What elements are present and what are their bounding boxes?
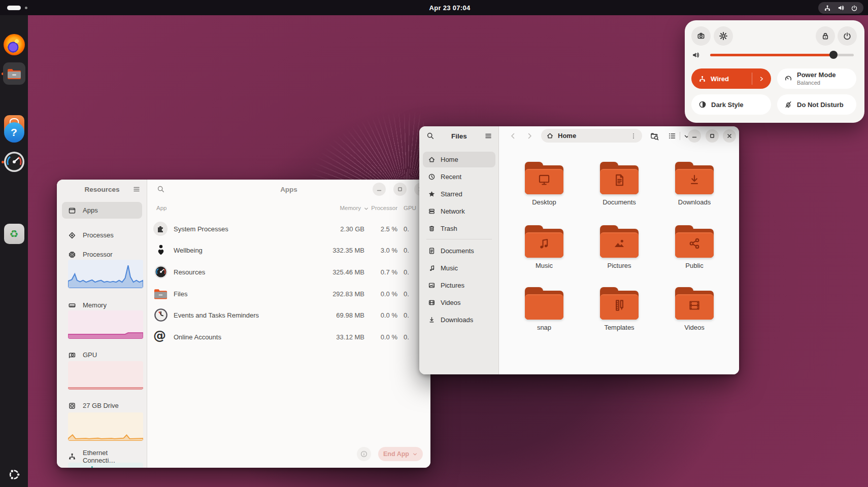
system-tray[interactable] bbox=[818, 2, 863, 14]
folder-icon bbox=[525, 287, 563, 320]
ethernet-icon bbox=[698, 75, 706, 83]
dock-item-resources[interactable] bbox=[3, 151, 25, 175]
files-menu-button[interactable] bbox=[484, 132, 492, 142]
help-icon: ? bbox=[11, 126, 17, 138]
sidebar-item-recent[interactable]: Recent bbox=[423, 169, 495, 185]
film-icon bbox=[428, 299, 436, 306]
do-not-disturb-toggle[interactable]: Do Not Disturb bbox=[777, 94, 856, 115]
folder-downloads[interactable]: Downloads bbox=[661, 162, 727, 206]
memory-sparkline bbox=[68, 310, 143, 339]
column-header-gpu[interactable]: GPU bbox=[404, 205, 416, 211]
volume-slider-knob[interactable] bbox=[829, 51, 838, 59]
history-forward-button[interactable] bbox=[525, 132, 533, 140]
system-processes-icon bbox=[153, 221, 168, 236]
folder-icon bbox=[600, 162, 639, 194]
music-note-icon bbox=[428, 264, 436, 272]
resources-sidebar-item-gpu[interactable]: GPU bbox=[62, 347, 142, 363]
workspace-indicator-dot[interactable] bbox=[25, 7, 27, 9]
power-button[interactable] bbox=[838, 26, 857, 46]
files-minimize-button[interactable] bbox=[688, 129, 701, 143]
sidebar-item-trash[interactable]: Trash bbox=[423, 221, 495, 236]
end-app-button[interactable]: End App bbox=[378, 447, 423, 461]
column-header-processor[interactable]: Processor bbox=[370, 205, 397, 211]
folder-videos[interactable]: Videos bbox=[661, 287, 727, 331]
files-maximize-button[interactable] bbox=[706, 129, 719, 143]
wired-toggle[interactable]: Wired bbox=[691, 68, 771, 89]
drive-sparkline bbox=[68, 412, 143, 441]
folder-icon bbox=[600, 225, 639, 258]
folder-templates[interactable]: Templates bbox=[586, 287, 652, 331]
search-everywhere-button[interactable] bbox=[650, 132, 659, 141]
sidebar-item-starred[interactable]: Starred bbox=[423, 186, 495, 202]
dock: A ? ♻ bbox=[0, 15, 28, 487]
end-app-dropdown-icon[interactable] bbox=[412, 451, 418, 457]
resources-minimize-button[interactable] bbox=[373, 183, 386, 196]
dock-item-firefox[interactable] bbox=[4, 34, 25, 55]
home-icon bbox=[428, 156, 436, 163]
folder-desktop[interactable]: Desktop bbox=[511, 162, 577, 206]
resources-sidebar-item-processes[interactable]: Processes bbox=[62, 227, 142, 243]
app-info-button[interactable] bbox=[357, 447, 371, 461]
gpu-icon bbox=[68, 351, 76, 359]
app-row-online-accounts[interactable]: @ Online Accounts 33.12 MB 0.0 % 0. bbox=[147, 326, 430, 347]
sidebar-item-videos[interactable]: Videos bbox=[423, 295, 495, 310]
folder-snap[interactable]: snap bbox=[511, 287, 577, 331]
sidebar-item-home[interactable]: Home bbox=[423, 152, 495, 167]
resources-sidebar-item-drive[interactable]: 27 GB Drive bbox=[62, 398, 142, 413]
apps-window-icon bbox=[68, 206, 76, 215]
tile-divider bbox=[752, 73, 752, 85]
power-mode-toggle[interactable]: Power Mode Balanced bbox=[777, 68, 856, 89]
column-header-app[interactable]: App bbox=[156, 205, 166, 211]
list-view-button[interactable] bbox=[668, 132, 676, 140]
lock-button[interactable] bbox=[816, 26, 835, 46]
folder-documents[interactable]: Documents bbox=[586, 162, 652, 206]
files-close-button[interactable] bbox=[723, 129, 736, 143]
screenshot-button[interactable] bbox=[691, 26, 711, 46]
app-row-files[interactable]: Files 292.83 MB 0.0 % 0. bbox=[147, 283, 430, 304]
network-icon bbox=[428, 207, 436, 215]
sidebar-item-documents[interactable]: Documents bbox=[423, 243, 495, 259]
sidebar-item-network[interactable]: Network bbox=[423, 203, 495, 219]
chevron-right-icon[interactable] bbox=[758, 76, 765, 82]
processor-sparkline bbox=[68, 260, 143, 288]
resources-sidebar-item-apps[interactable]: Apps bbox=[62, 202, 142, 219]
app-row-resources[interactable]: Resources 325.46 MB 0.7 % 0. bbox=[147, 261, 430, 283]
folder-pictures[interactable]: Pictures bbox=[586, 225, 652, 269]
picture-emblem-icon bbox=[611, 235, 627, 252]
star-icon bbox=[428, 190, 436, 198]
dock-item-files[interactable] bbox=[3, 62, 25, 85]
resources-window: Resources Apps Processes Processor Memor… bbox=[57, 180, 430, 468]
folder-music[interactable]: Music bbox=[511, 225, 577, 269]
download-icon bbox=[428, 316, 436, 324]
music-emblem-icon bbox=[536, 235, 552, 252]
app-row-wellbeing[interactable]: Wellbeing 332.35 MB 3.0 % 0. bbox=[147, 239, 430, 261]
resources-maximize-button[interactable] bbox=[393, 183, 407, 196]
app-row-events-tasks[interactable]: Events and Tasks Reminders 69.98 MB 0.0 … bbox=[147, 304, 430, 326]
history-back-button[interactable] bbox=[509, 132, 517, 140]
dark-style-toggle[interactable]: Dark Style bbox=[691, 94, 771, 115]
firefox-icon bbox=[4, 34, 25, 55]
breadcrumb[interactable]: Home bbox=[541, 129, 642, 143]
folder-icon bbox=[675, 287, 714, 320]
dock-item-help[interactable]: ? bbox=[4, 122, 24, 143]
column-header-memory[interactable]: Memory bbox=[297, 205, 361, 211]
breadcrumb-menu-icon[interactable] bbox=[630, 132, 637, 140]
settings-button[interactable] bbox=[714, 26, 733, 46]
resources-menu-button[interactable] bbox=[132, 185, 141, 195]
resources-sidebar: Resources Apps Processes Processor Memor… bbox=[57, 180, 147, 468]
sidebar-item-pictures[interactable]: Pictures bbox=[423, 277, 495, 293]
clock[interactable]: Apr 23 07:04 bbox=[429, 0, 471, 15]
wired-arrow-section bbox=[752, 68, 771, 89]
app-row-system-processes[interactable]: System Processes 2.30 GB 2.5 % 0. bbox=[147, 218, 430, 239]
resources-view-title: Apps bbox=[147, 180, 430, 199]
memory-icon bbox=[68, 301, 76, 309]
resources-main-pane: Apps App Memory Processor GPU System Pro… bbox=[147, 180, 430, 468]
workspace-indicator-active[interactable] bbox=[7, 6, 21, 10]
sidebar-item-downloads[interactable]: Downloads bbox=[423, 312, 495, 328]
share-emblem-icon bbox=[686, 235, 703, 252]
dock-item-trash[interactable]: ♻ bbox=[4, 224, 24, 244]
show-apps-button[interactable] bbox=[7, 468, 21, 483]
folder-public[interactable]: Public bbox=[661, 225, 727, 269]
sidebar-item-music[interactable]: Music bbox=[423, 260, 495, 276]
resources-sidebar-item-ethernet[interactable]: Ethernet Connecti… bbox=[62, 448, 142, 464]
